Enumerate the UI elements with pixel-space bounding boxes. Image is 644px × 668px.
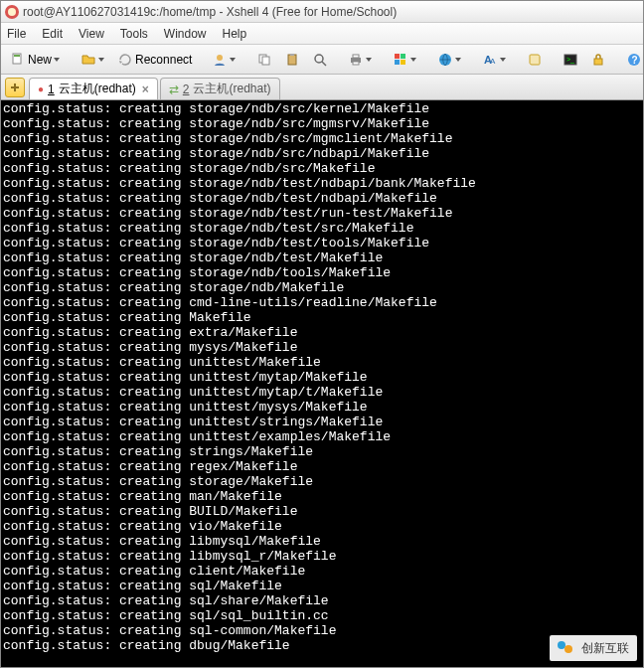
terminal-line: config.status: creating storage/ndb/test… (3, 176, 641, 191)
globe-icon (437, 52, 453, 68)
new-label: New (28, 53, 52, 67)
terminal-line: config.status: creating regex/Makefile (3, 459, 641, 474)
paste-icon (284, 52, 300, 68)
svg-rect-5 (288, 55, 296, 65)
dropdown-icon (98, 52, 105, 68)
terminal-line: config.status: creating storage/ndb/src/… (3, 131, 641, 146)
svg-text:>_: >_ (566, 56, 574, 64)
terminal-line: config.status: creating libmysql_r/Makef… (3, 549, 641, 564)
connect-icon: ⇄ (169, 83, 179, 96)
dropdown-icon (410, 52, 417, 68)
lock-icon (590, 52, 606, 68)
color-button[interactable] (388, 48, 422, 72)
watermark-text: 创新互联 (581, 640, 629, 657)
profile-icon (212, 52, 228, 68)
terminal-line: config.status: creating storage/ndb/test… (3, 250, 641, 265)
terminal-line: config.status: creating unittest/mytap/M… (3, 370, 641, 385)
new-button[interactable]: New (5, 48, 66, 72)
terminal-line: config.status: creating cmd-line-utils/r… (3, 295, 641, 310)
svg-rect-15 (401, 60, 405, 65)
terminal-line: config.status: creating unittest/mytap/t… (3, 385, 641, 400)
help-button[interactable]: ? (621, 48, 644, 72)
terminal-line: config.status: creating storage/ndb/Make… (3, 280, 641, 295)
terminal-line: config.status: creating storage/ndb/src/… (3, 161, 641, 176)
terminal-line: config.status: creating sql/Makefile (3, 579, 641, 593)
svg-rect-4 (262, 57, 269, 65)
terminal-line: config.status: creating libmysql/Makefil… (3, 534, 641, 549)
close-icon[interactable]: × (142, 83, 149, 96)
tab-label: 云主机(redhat) (59, 81, 136, 97)
palette-icon (393, 52, 408, 68)
app-icon (5, 5, 19, 19)
bullet-icon: ● (38, 84, 44, 94)
plus-icon (10, 83, 20, 92)
reconnect-button[interactable]: Reconnect (112, 48, 197, 72)
menu-tools[interactable]: Tools (120, 27, 148, 41)
svg-rect-6 (290, 54, 294, 56)
terminal-line: config.status: creating storage/Makefile (3, 474, 641, 489)
tab-1[interactable]: ● 1 云主机(redhat) × (29, 78, 158, 99)
terminal-line: config.status: creating BUILD/Makefile (3, 504, 641, 519)
terminal-line: config.status: creating storage/ndb/test… (3, 221, 641, 236)
add-tab-button[interactable] (5, 78, 25, 97)
menu-help[interactable]: Help (223, 27, 247, 41)
print-button[interactable] (343, 48, 378, 72)
terminal-line: config.status: creating Makefile (3, 310, 641, 325)
search-icon (312, 52, 328, 68)
svg-rect-21 (594, 59, 602, 65)
svg-rect-14 (395, 60, 400, 65)
copy-button[interactable] (251, 48, 277, 72)
terminal-line: config.status: creating man/Makefile (3, 489, 641, 504)
watermark-logo-icon (558, 639, 575, 657)
menu-window[interactable]: Window (164, 27, 207, 41)
svg-rect-10 (353, 55, 359, 58)
reconnect-label: Reconnect (135, 53, 192, 67)
paste-button[interactable] (279, 48, 305, 72)
terminal-line: config.status: creating sql/sql_builtin.… (3, 608, 641, 623)
dropdown-icon (54, 52, 61, 68)
tab-label: 云主机(redhat) (193, 81, 270, 97)
terminal-line: config.status: creating sql-common/Makef… (3, 623, 641, 638)
svg-text:?: ? (632, 55, 638, 66)
toolbar: New Reconnect AA >_ ? (1, 45, 643, 75)
svg-point-7 (315, 55, 323, 63)
printer-icon (348, 52, 364, 68)
dropdown-icon (455, 52, 462, 68)
profile-button[interactable] (207, 48, 242, 72)
terminal-line: config.status: creating unittest/Makefil… (3, 355, 641, 370)
terminal-line: config.status: creating storage/ndb/test… (3, 206, 641, 221)
dropdown-icon (230, 52, 237, 68)
terminal-line: config.status: creating storage/ndb/tool… (3, 265, 641, 280)
find-button[interactable] (307, 48, 333, 72)
title-bar: root@AY110627031419c:/home/tmp - Xshell … (1, 1, 643, 23)
reconnect-icon (117, 52, 133, 68)
globe-button[interactable] (432, 48, 467, 72)
terminal-line: config.status: creating storage/ndb/src/… (3, 146, 641, 161)
dropdown-icon (366, 52, 373, 68)
copy-icon (256, 52, 272, 68)
font-icon: AA (482, 52, 498, 68)
terminal-line: config.status: creating storage/ndb/test… (3, 236, 641, 250)
terminal-output[interactable]: config.status: creating storage/ndb/src/… (1, 100, 643, 667)
terminal-line: config.status: creating unittest/example… (3, 429, 641, 444)
menu-edit[interactable]: Edit (42, 27, 63, 41)
svg-rect-11 (353, 62, 359, 65)
open-button[interactable] (76, 48, 110, 72)
folder-icon (80, 52, 96, 68)
terminal-line: config.status: creating extra/Makefile (3, 325, 641, 340)
help-icon: ? (626, 52, 642, 68)
menu-bar: File Edit View Tools Window Help (1, 23, 643, 45)
terminal-button[interactable]: >_ (558, 48, 583, 72)
svg-line-8 (322, 62, 326, 66)
terminal-line: config.status: creating storage/ndb/src/… (3, 101, 641, 116)
lock-button[interactable] (585, 48, 611, 72)
menu-file[interactable]: File (7, 27, 26, 41)
script-button[interactable] (522, 48, 548, 72)
svg-text:A: A (490, 57, 496, 66)
watermark: 创新互联 (550, 635, 637, 661)
tab-2[interactable]: ⇄ 2 云主机(redhat) (160, 78, 280, 99)
terminal-line: config.status: creating vio/Makefile (3, 519, 641, 534)
font-button[interactable]: AA (477, 48, 512, 72)
new-file-icon (10, 52, 26, 68)
menu-view[interactable]: View (79, 27, 104, 41)
